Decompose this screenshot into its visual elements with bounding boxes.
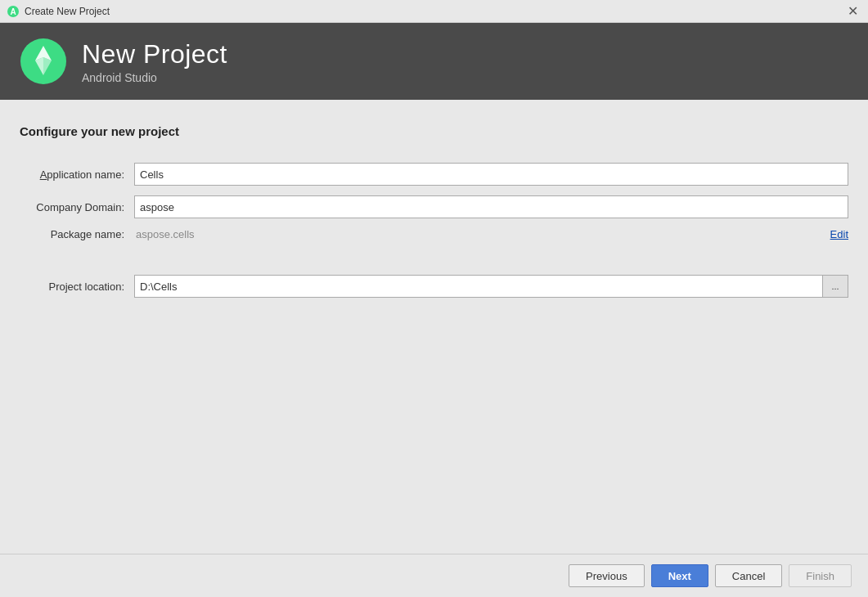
header: New Project Android Studio bbox=[0, 23, 868, 100]
application-name-label-rest: pplication name: bbox=[47, 168, 124, 181]
close-button[interactable]: ✕ bbox=[844, 3, 861, 20]
project-location-input[interactable] bbox=[134, 275, 822, 298]
main-content: Configure your new project Application n… bbox=[0, 100, 868, 554]
android-studio-icon: A bbox=[7, 5, 20, 18]
application-name-input[interactable] bbox=[134, 163, 848, 186]
next-button[interactable]: Next bbox=[651, 564, 708, 587]
android-studio-logo bbox=[20, 38, 67, 85]
header-title: New Project bbox=[82, 39, 227, 70]
package-name-row: Package name: aspose.cells Edit bbox=[20, 228, 848, 240]
package-name-label: Package name: bbox=[20, 228, 134, 240]
cancel-button[interactable]: Cancel bbox=[715, 564, 782, 587]
company-domain-label: Company Domain: bbox=[20, 201, 134, 213]
title-bar-title: Create New Project bbox=[25, 6, 110, 17]
section-title: Configure your new project bbox=[20, 124, 848, 138]
header-text: New Project Android Studio bbox=[82, 39, 227, 84]
project-location-input-group: ... bbox=[134, 275, 848, 298]
application-name-label: Application name: bbox=[20, 168, 134, 181]
browse-button[interactable]: ... bbox=[822, 275, 848, 298]
finish-button[interactable]: Finish bbox=[789, 564, 852, 587]
svg-text:A: A bbox=[10, 7, 16, 16]
company-domain-row: Company Domain: bbox=[20, 195, 848, 218]
application-name-row: Application name: bbox=[20, 163, 848, 186]
edit-link[interactable]: Edit bbox=[830, 228, 848, 240]
title-bar: A Create New Project ✕ bbox=[0, 0, 868, 23]
previous-button[interactable]: Previous bbox=[569, 564, 645, 587]
package-name-value: aspose.cells bbox=[134, 228, 824, 240]
company-domain-input[interactable] bbox=[134, 195, 848, 218]
title-bar-left: A Create New Project bbox=[7, 5, 110, 18]
project-location-row: Project location: ... bbox=[20, 275, 848, 298]
project-location-label: Project location: bbox=[20, 281, 134, 293]
header-subtitle: Android Studio bbox=[82, 71, 227, 84]
footer: Previous Next Cancel Finish bbox=[0, 554, 868, 597]
form-area: Application name: Company Domain: Packag… bbox=[20, 163, 848, 298]
